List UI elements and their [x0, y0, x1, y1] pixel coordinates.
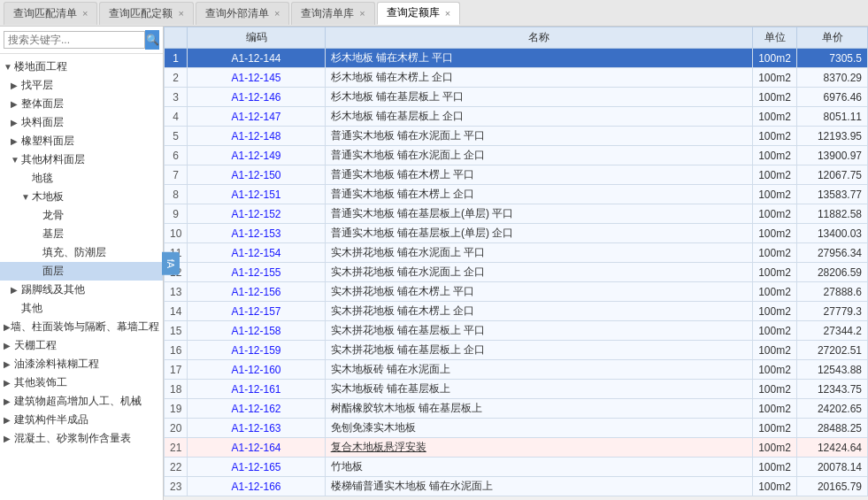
cell-unit: 100m2	[753, 263, 797, 282]
tree-item-3[interactable]: ▶块料面层	[0, 113, 163, 132]
tree-item-7[interactable]: ▼木地板	[0, 188, 163, 206]
cell-name: 竹地板	[325, 458, 752, 477]
table-row[interactable]: 23A1-12-166楼梯铺普通实木地板 铺在水泥面上100m220165.79	[165, 477, 868, 496]
table-row[interactable]: 1A1-12-144杉木地板 铺在木楞上 平口100m27305.5	[165, 49, 868, 68]
table-row[interactable]: 15A1-12-158实木拼花地板 铺在基层板上 平口100m227344.2	[165, 321, 868, 341]
table-row[interactable]: 2A1-12-145杉木地板 铺在木楞上 企口100m28370.29	[165, 68, 868, 88]
tree-item-15[interactable]: ▶天棚工程	[0, 336, 163, 355]
cell-unit: 100m2	[753, 321, 797, 341]
search-button[interactable]: 🔍	[145, 30, 159, 50]
tree-item-11[interactable]: 面层	[0, 262, 163, 281]
cell-unit: 100m2	[753, 204, 797, 224]
tree-item-17[interactable]: ▶其他装饰工	[0, 373, 163, 392]
table-row[interactable]: 16A1-12-159实木拼花地板 铺在基层板上 企口100m227202.51	[165, 341, 868, 360]
table-row[interactable]: 20A1-12-163免刨免漆实木地板100m228488.25	[165, 419, 868, 438]
tree-arrow-2: ▶	[11, 99, 21, 109]
cell-code: A1-12-145	[188, 68, 325, 88]
cell-index: 15	[165, 321, 188, 341]
table-row[interactable]: 7A1-12-150普通实木地板 铺在木楞上 平口100m212067.75	[165, 165, 868, 185]
tab-1[interactable]: 查询匹配定额×	[99, 2, 193, 25]
tree-item-16[interactable]: ▶油漆涂料裱糊工程	[0, 355, 163, 373]
table-row[interactable]: 11A1-12-154实木拼花地板 铺在水泥面上 平口100m227956.34	[165, 243, 868, 263]
cell-code: A1-12-148	[188, 127, 325, 146]
table-row[interactable]: 5A1-12-148普通实木地板 铺在水泥面上 平口100m212193.95	[165, 127, 868, 146]
tree-item-19[interactable]: ▶建筑构件半成品	[0, 411, 163, 429]
cell-unit: 100m2	[753, 88, 797, 107]
cell-price: 8051.11	[797, 107, 868, 127]
cell-code: A1-12-153	[188, 224, 325, 243]
cell-index: 8	[165, 185, 188, 204]
cell-price: 27202.51	[797, 341, 868, 360]
table-row[interactable]: 18A1-12-161实木地板砖 铺在基层板上100m212343.75	[165, 380, 868, 399]
cell-price: 12543.88	[797, 360, 868, 380]
table-row[interactable]: 17A1-12-160实木地板砖 铺在水泥面上100m212543.88	[165, 360, 868, 380]
tab-2[interactable]: 查询外部清单×	[196, 2, 289, 25]
tree-item-0[interactable]: ▼楼地面工程	[0, 58, 163, 76]
table-row[interactable]: 22A1-12-165竹地板100m220078.14	[165, 458, 868, 477]
tab-label: 查询外部清单	[205, 6, 269, 21]
table-row[interactable]: 6A1-12-149普通实木地板 铺在水泥面上 企口100m213900.97	[165, 146, 868, 165]
tab-3[interactable]: 查询清单库×	[291, 2, 374, 25]
side-button[interactable]: fA	[162, 251, 180, 274]
tab-close-2[interactable]: ×	[274, 8, 280, 19]
tab-4[interactable]: 查询定额库×	[377, 2, 460, 25]
cell-code: A1-12-149	[188, 146, 325, 165]
tree-item-5[interactable]: ▼其他材料面层	[0, 150, 163, 169]
table-row[interactable]: 13A1-12-156实木拼花地板 铺在木楞上 平口100m227888.6	[165, 282, 868, 302]
tree-arrow-1: ▶	[11, 81, 21, 90]
cell-unit: 100m2	[753, 165, 797, 185]
table-row[interactable]: 9A1-12-152普通实木地板 铺在基层板上(单层) 平口100m211882…	[165, 204, 868, 224]
tree-item-10[interactable]: 填充、防潮层	[0, 243, 163, 262]
tree-arrow-5: ▼	[11, 155, 21, 165]
table-row[interactable]: 8A1-12-151普通实木地板 铺在木楞上 企口100m213583.77	[165, 185, 868, 204]
cell-name: 实木拼花地板 铺在木楞上 企口	[325, 302, 752, 321]
tree-item-1[interactable]: ▶找平层	[0, 76, 163, 95]
table-container[interactable]: 编码 名称 单位 单价 1A1-12-144杉木地板 铺在木楞上 平口100m2…	[164, 27, 868, 500]
tree-item-12[interactable]: ▶踢脚线及其他	[0, 281, 163, 299]
tree: ▼楼地面工程▶找平层▶整体面层▶块料面层▶橡塑料面层▼其他材料面层地毯▼木地板龙…	[0, 54, 163, 500]
tree-item-14[interactable]: ▶墙、柱面装饰与隔断、幕墙工程	[0, 318, 163, 336]
tree-item-18[interactable]: ▶建筑物超高增加人工、机械	[0, 392, 163, 411]
tree-label-12: 踢脚线及其他	[21, 282, 85, 297]
cell-name: 实木地板砖 铺在水泥面上	[325, 360, 752, 380]
search-bar: 🔍	[0, 27, 163, 54]
tree-item-20[interactable]: ▶混凝土、砂浆制作含量表	[0, 429, 163, 448]
table-row[interactable]: 10A1-12-153普通实木地板 铺在基层板上(单层) 企口100m21340…	[165, 224, 868, 243]
cell-name: 实木地板砖 铺在基层板上	[325, 380, 752, 399]
cell-unit: 100m2	[753, 68, 797, 88]
tree-label-13: 其他	[21, 301, 42, 316]
tree-arrow-4: ▶	[11, 136, 21, 146]
cell-index: 10	[165, 224, 188, 243]
tree-item-9[interactable]: 基层	[0, 225, 163, 243]
tree-item-2[interactable]: ▶整体面层	[0, 95, 163, 113]
tab-close-4[interactable]: ×	[445, 8, 450, 19]
tab-close-3[interactable]: ×	[359, 8, 365, 19]
cell-name-text: 复合木地板悬浮安装	[331, 441, 426, 453]
cell-index: 16	[165, 341, 188, 360]
cell-price: 12424.64	[797, 438, 868, 458]
table-row[interactable]: 14A1-12-157实木拼花地板 铺在木楞上 企口100m227779.3	[165, 302, 868, 321]
tree-label-7: 木地板	[32, 189, 64, 204]
search-input[interactable]	[4, 31, 145, 49]
table-row[interactable]: 19A1-12-162树酯橡胶软木地板 铺在基层板上100m224202.65	[165, 399, 868, 419]
tab-0[interactable]: 查询匹配清单×	[4, 2, 97, 25]
table-row[interactable]: 3A1-12-146杉木地板 铺在基层板上 平口100m26976.46	[165, 88, 868, 107]
cell-index: 4	[165, 107, 188, 127]
cell-unit: 100m2	[753, 107, 797, 127]
table-row[interactable]: 4A1-12-147杉木地板 铺在基层板上 企口100m28051.11	[165, 107, 868, 127]
cell-price: 6976.46	[797, 88, 868, 107]
table-row[interactable]: 21A1-12-164复合木地板悬浮安装100m212424.64	[165, 438, 868, 458]
cell-index: 19	[165, 399, 188, 419]
tree-item-8[interactable]: 龙骨	[0, 206, 163, 225]
tree-arrow-12: ▶	[11, 285, 21, 295]
tree-item-13[interactable]: 其他	[0, 299, 163, 318]
tree-item-6[interactable]: 地毯	[0, 169, 163, 188]
tab-close-1[interactable]: ×	[178, 8, 183, 19]
tree-item-4[interactable]: ▶橡塑料面层	[0, 132, 163, 150]
cell-name: 杉木地板 铺在基层板上 平口	[325, 88, 752, 107]
tab-close-0[interactable]: ×	[82, 8, 88, 19]
tree-label-3: 块料面层	[21, 115, 64, 130]
cell-unit: 100m2	[753, 224, 797, 243]
tree-label-9: 基层	[42, 227, 64, 242]
table-row[interactable]: 12A1-12-155实木拼花地板 铺在水泥面上 企口100m228206.59	[165, 263, 868, 282]
